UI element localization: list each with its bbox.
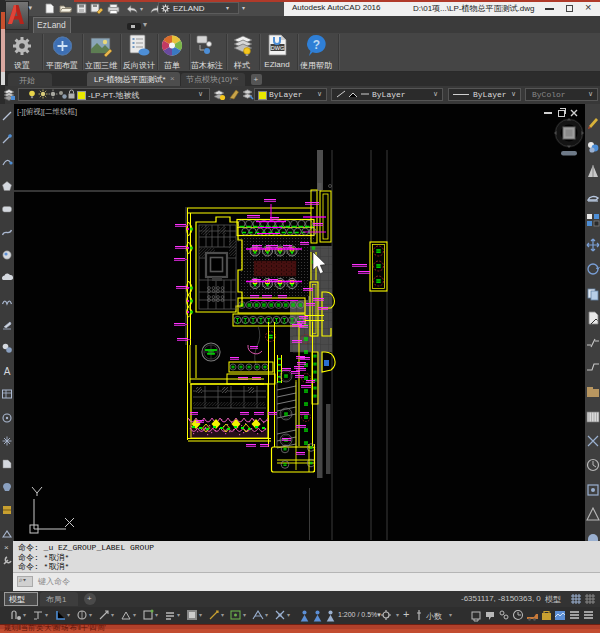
svg-text:?: ?: [313, 38, 320, 52]
svg-text:DWG: DWG: [271, 45, 284, 51]
svg-text:A: A: [4, 366, 11, 377]
